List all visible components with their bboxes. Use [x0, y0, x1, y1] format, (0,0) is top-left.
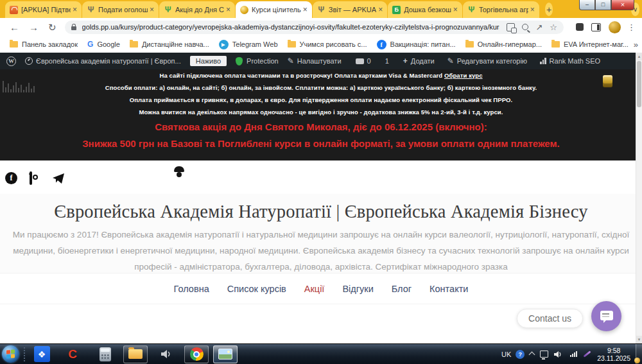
tab-post-ad[interactable]: Ψ Подати оголош ×: [82, 1, 159, 18]
hero-section: Європейська Академія Натуропатії | Європ…: [0, 194, 642, 273]
telegram-plane-social-icon[interactable]: [52, 173, 65, 184]
bookmark-star-icon[interactable]: ☆: [550, 23, 557, 31]
taskbar-calculator[interactable]: [93, 345, 117, 363]
tab-close-icon[interactable]: ×: [73, 6, 77, 13]
chrome-icon: [190, 347, 204, 361]
wp-add-new[interactable]: + Додати: [403, 56, 435, 65]
tab-close-icon[interactable]: ×: [303, 6, 308, 13]
tab-close-icon[interactable]: ×: [150, 6, 154, 13]
tab-apkua-confirm[interactable]: [APKUA] Підтве ×: [5, 1, 82, 18]
url-omnibox[interactable]: golds.pp.ua/kursy/product-category/yevro…: [65, 21, 564, 34]
menu-item-contacts[interactable]: Контакти: [429, 284, 468, 294]
back-icon[interactable]: ←: [10, 22, 19, 32]
speaker-icon: [160, 349, 171, 359]
taskbar-photo-viewer[interactable]: [213, 345, 238, 363]
scrollbar-thumb[interactable]: [637, 61, 641, 107]
tray-expand-icon[interactable]: [529, 352, 535, 358]
window-minimize-button[interactable]: –: [579, 0, 595, 10]
tab-courses-active[interactable]: Курси цілитель ×: [236, 1, 312, 18]
calculator-icon: [100, 347, 111, 361]
tab-close-icon[interactable]: ×: [453, 6, 458, 13]
gold-stack-icon: [603, 75, 612, 87]
tray-clock[interactable]: 9:58 23.11.2025: [597, 347, 630, 362]
wp-updates-count[interactable]: 1: [385, 57, 389, 65]
plant-favicon: Ψ: [467, 6, 476, 14]
tab-close-icon[interactable]: ×: [226, 6, 230, 13]
wp-live-button[interactable]: Наживо: [190, 56, 227, 66]
bookmarks-overflow-icon[interactable]: »: [634, 40, 638, 49]
browser-address-bar: ← → ↻ golds.pp.ua/kursy/product-category…: [0, 18, 642, 36]
tray-speaker-icon[interactable]: [553, 351, 562, 358]
folder-icon: [130, 41, 138, 48]
translate-icon[interactable]: [507, 23, 515, 31]
bookmark-folder[interactable]: Онлайн-гипермар...: [465, 40, 542, 48]
url-text[interactable]: golds.pp.ua/kursy/product-category/yevro…: [82, 23, 500, 31]
menu-item-blog[interactable]: Блог: [392, 284, 412, 294]
main-menu: Головна Список курсів Акції Відгуки Блог…: [0, 273, 642, 304]
window-maximize-button[interactable]: □: [595, 0, 611, 10]
instagram-social-icon[interactable]: [30, 173, 32, 184]
bookmark-folder[interactable]: Дистанційне навча...: [130, 40, 209, 48]
system-tray: UK ? 9:58 23.11.2025: [501, 344, 642, 364]
menu-item-promotions[interactable]: Акції: [304, 284, 325, 294]
wp-site-name[interactable]: Європейська академія натуропатії | Європ…: [25, 57, 181, 65]
forward-icon[interactable]: →: [29, 22, 39, 32]
sale-announcement-line-1: Святкова акція до Дня Святого Миколая, д…: [0, 121, 642, 132]
bookmark-google[interactable]: G Google: [87, 40, 120, 49]
tab-label: Подати оголош: [98, 6, 148, 13]
contact-us-label[interactable]: Contact us: [517, 309, 583, 328]
taskbar-volume-mixer[interactable]: [153, 345, 178, 363]
page-scrollbar[interactable]: ▲ ▼: [636, 53, 642, 343]
scroll-up-arrow[interactable]: ▲: [636, 53, 642, 60]
window-close-button[interactable]: ×: [611, 0, 634, 10]
tray-pen-tablet-icon[interactable]: [582, 350, 591, 358]
taskbar-dropbox[interactable]: ❖: [30, 345, 54, 363]
bookmark-folder[interactable]: Учимся рисовать с...: [288, 40, 367, 48]
bookmark-folder[interactable]: EVA Интернет-маг...: [551, 40, 629, 48]
promo-line-3: Оплата приймається в гривнях, в доларах,…: [0, 94, 642, 106]
sidebar-icon[interactable]: [591, 23, 601, 31]
extension-icon[interactable]: [576, 23, 584, 31]
wp-edit-category[interactable]: ✎ Редагувати категорію: [447, 56, 527, 65]
wheat-favicon: Ψ: [87, 6, 95, 14]
wp-rank-math[interactable]: Rank Math SEO: [540, 57, 600, 65]
tray-language-indicator[interactable]: UK: [501, 351, 511, 358]
tray-network-device-icon[interactable]: [540, 351, 548, 358]
reload-icon[interactable]: ↻: [48, 22, 56, 32]
bookmark-folder[interactable]: Панель закладок: [10, 40, 78, 48]
help-icon[interactable]: ?: [516, 350, 525, 359]
wp-protection[interactable]: Protection: [236, 57, 279, 65]
wordpress-logo-icon[interactable]: W: [6, 56, 16, 66]
tab-close-icon[interactable]: ×: [530, 6, 535, 13]
bookmark-telegram[interactable]: Telegram Web: [219, 40, 278, 49]
taskbar-explorer[interactable]: [123, 345, 148, 363]
taskbar-chrome[interactable]: [184, 345, 209, 363]
bookmark-facebook[interactable]: f Вакцинація: питан...: [377, 40, 456, 49]
bookmarks-bar: Панель закладок G Google Дистанційне нав…: [0, 36, 642, 53]
taskbar-ccleaner[interactable]: C: [60, 345, 85, 363]
tab-board[interactable]: Б Дошка безкош ×: [388, 1, 462, 18]
tab-close-icon[interactable]: ×: [378, 6, 383, 13]
tab-promo[interactable]: Ψ Акція до Дня С ×: [159, 1, 235, 18]
browser-menu-icon[interactable]: ⋮: [627, 22, 636, 32]
tab-report[interactable]: Ψ Звіт — APKUA ×: [313, 1, 387, 18]
tab-label: Дошка безкош: [404, 6, 451, 13]
facebook-social-icon[interactable]: f: [5, 172, 17, 184]
choose-course-link[interactable]: Обрати курс: [444, 72, 483, 79]
start-button[interactable]: [2, 345, 19, 363]
new-tab-button[interactable]: +: [545, 3, 553, 16]
wp-customize[interactable]: ✎ Налаштувати: [288, 56, 342, 65]
chart-bars-icon: [540, 58, 546, 64]
menu-item-home[interactable]: Головна: [174, 284, 209, 294]
share-icon[interactable]: ↗: [535, 23, 542, 31]
tab-trade[interactable]: Ψ Торгівельна агр ×: [463, 1, 539, 18]
profile-avatar[interactable]: [609, 21, 621, 33]
wp-comments[interactable]: 0: [356, 57, 371, 65]
dashboard-gauge-icon: [25, 57, 33, 65]
chat-widget-button[interactable]: [591, 301, 621, 331]
menu-item-reviews[interactable]: Відгуки: [342, 284, 373, 294]
scroll-down-arrow[interactable]: ▼: [636, 336, 642, 343]
tray-signal-icon[interactable]: [570, 351, 577, 357]
menu-item-course-list[interactable]: Список курсів: [227, 284, 286, 294]
zoom-search-icon[interactable]: [522, 24, 528, 30]
